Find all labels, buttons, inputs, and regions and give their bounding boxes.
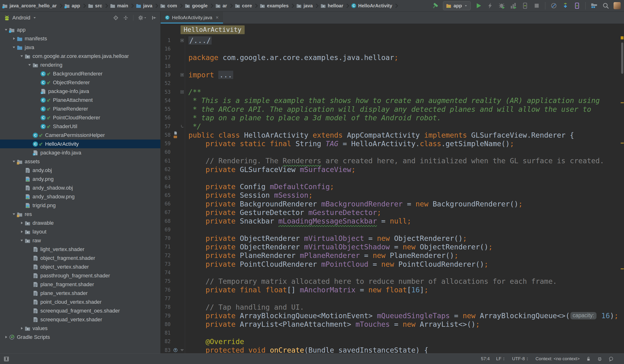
code-line-53[interactable]: 53/**	[161, 88, 624, 96]
chevron-down-icon[interactable]	[33, 16, 37, 20]
code-line-61[interactable]: 61 // Rendering. The Renderers are creat…	[161, 156, 624, 165]
warning-mark[interactable]	[621, 143, 624, 144]
breadcrumb-item-com[interactable]: com	[160, 3, 177, 8]
tree-item-BackgroundRenderer[interactable]: CBackgroundRenderer	[0, 69, 160, 78]
code-line-69[interactable]: 69	[161, 225, 624, 234]
tree-expander[interactable]	[11, 34, 17, 43]
code-line-56[interactable]: 56 * tap on a plane to place a 3d model …	[161, 113, 624, 122]
tree-item-screenquad_vertex.shader[interactable]: screenquad_vertex.shader	[0, 315, 160, 324]
run-button[interactable]	[475, 2, 482, 9]
profile-button[interactable]	[510, 2, 517, 9]
code-line-70[interactable]: 70 private ObjectRenderer mVirtualObject…	[161, 234, 624, 242]
breadcrumb-item-HelloArActivity[interactable]: CHelloArActivity	[351, 3, 392, 8]
code-line-73[interactable]: 73 private PointCloudRenderer mPointClou…	[161, 260, 624, 268]
tree-expander[interactable]	[19, 227, 25, 236]
tree-item-andy_shadow.png[interactable]: andy_shadow.png	[0, 192, 160, 201]
tree-item-rendering[interactable]: rendering	[0, 60, 160, 69]
editor-tab-helloaractivity[interactable]: C HelloArActivity.java ×	[161, 12, 223, 24]
tree-item-PointCloudRenderer[interactable]: CPointCloudRenderer	[0, 113, 160, 122]
tree-item-drawable[interactable]: drawable	[0, 219, 160, 227]
tree-expander[interactable]	[19, 219, 25, 227]
code-line-57[interactable]: 57 */	[161, 122, 624, 131]
tree-item-res[interactable]: res	[0, 210, 160, 219]
tree-expander[interactable]	[19, 52, 25, 60]
tree-expander[interactable]	[11, 210, 17, 219]
project-structure-button[interactable]	[590, 2, 598, 9]
code-line-77[interactable]: 77	[161, 294, 624, 303]
code-line-63[interactable]: 63	[161, 174, 624, 182]
code-line-17[interactable]: 17package com.google.ar.core.examples.ja…	[161, 53, 624, 62]
code-line-82[interactable]: 82 @Override	[161, 337, 624, 346]
code-line-19[interactable]: 19import ...	[161, 71, 624, 79]
fold-marker[interactable]	[179, 122, 185, 131]
tree-item-screenquad_fragment_oes.shader[interactable]: screenquad_fragment_oes.shader	[0, 306, 160, 315]
attach-debugger-button[interactable]	[550, 2, 558, 9]
code-line-59[interactable]: 59 private static final String TAG = Hel…	[161, 139, 624, 148]
code-line-52[interactable]: 52	[161, 79, 624, 88]
run-on-device-button[interactable]	[521, 2, 529, 9]
settings-button[interactable]	[138, 15, 147, 20]
tree-item-package-info.java[interactable]: Jpackage-info.java	[0, 148, 160, 157]
locate-file-button[interactable]	[113, 15, 118, 20]
breadcrumb-item-java[interactable]: java	[136, 3, 152, 8]
tree-item-Gradle-Scripts[interactable]: Gradle Scripts	[0, 333, 160, 341]
hide-panel-button[interactable]	[151, 15, 156, 20]
code-line-66[interactable]: 66 private BackgroundRenderer mBackgroun…	[161, 200, 624, 208]
tree-item-PlaneRenderer[interactable]: CPlaneRenderer	[0, 104, 160, 113]
tree-expander[interactable]	[3, 333, 9, 341]
project-view-selector[interactable]: Android	[12, 15, 30, 21]
fold-marker[interactable]	[179, 346, 185, 353]
tree-item-PlaneAttachment[interactable]: CPlaneAttachment	[0, 96, 160, 104]
breadcrumb-item-google[interactable]: google	[185, 3, 208, 8]
code-line-79[interactable]: 79 private ArrayBlockingQueue<MotionEven…	[161, 312, 624, 320]
avd-manager-button[interactable]	[573, 2, 581, 9]
code-line-76[interactable]: 76 private final float[] mAnchorMatrix =…	[161, 286, 624, 294]
breadcrumb-item-ar[interactable]: ar	[215, 3, 227, 8]
code-line-1[interactable]: 1/.../	[161, 36, 624, 45]
breadcrumb-item-examples[interactable]: examples	[260, 3, 288, 8]
tree-item-light_vertex.shader[interactable]: light_vertex.shader	[0, 245, 160, 254]
breadcrumb-item-java_arcore_hello_ar[interactable]: java_arcore_hello_ar	[2, 3, 57, 8]
tree-expander[interactable]	[19, 324, 25, 333]
code-line-83[interactable]: 83 protected void onCreate(Bundle savedI…	[161, 346, 624, 353]
search-everywhere-button[interactable]	[602, 2, 610, 9]
code-line-65[interactable]: 65 private Session mSession;	[161, 191, 624, 200]
sdk-manager-button[interactable]	[562, 2, 569, 9]
apply-changes-button[interactable]	[486, 2, 494, 9]
code-line-64[interactable]: 64 private Config mDefaultConfig;	[161, 182, 624, 191]
code-line-75[interactable]: 75 // Temporary matrix allocated here to…	[161, 277, 624, 286]
tree-item-andy.obj[interactable]: andy.obj	[0, 166, 160, 175]
robot-icon[interactable]	[597, 356, 602, 361]
tree-item-ShaderUtil[interactable]: CShaderUtil	[0, 122, 160, 131]
code-line-58[interactable]: 58<>public class HelloArActivity extends…	[161, 131, 624, 139]
breadcrumb-item-helloar[interactable]: helloar	[320, 3, 343, 8]
tree-item-trigrid.png[interactable]: trigrid.png	[0, 201, 160, 210]
breadcrumb-item-app[interactable]: app	[65, 3, 80, 8]
tree-item-values[interactable]: values	[0, 324, 160, 333]
tree-item-object_fragment.shader[interactable]: object_fragment.shader	[0, 254, 160, 262]
fold-marker[interactable]	[179, 36, 185, 45]
breadcrumb-item-src[interactable]: src	[88, 3, 102, 8]
breadcrumb-item-main[interactable]: main	[110, 3, 128, 8]
encoding-selector[interactable]: UTF-8	[512, 356, 529, 361]
tree-item-app[interactable]: app	[0, 26, 160, 34]
code-line-67[interactable]: 67 private GestureDetector mGestureDetec…	[161, 208, 624, 217]
code-editor[interactable]: 1/.../1617package com.google.ar.core.exa…	[161, 36, 624, 353]
stop-button[interactable]	[533, 2, 541, 9]
toolwindow-toggle-icon[interactable]	[4, 356, 9, 361]
caret-position[interactable]: 57:4	[481, 356, 490, 361]
tree-item-plane_fragment.shader[interactable]: plane_fragment.shader	[0, 280, 160, 289]
scrollbar-thumb[interactable]	[621, 43, 623, 74]
tree-item-java[interactable]: java	[0, 43, 160, 52]
fold-marker[interactable]	[179, 71, 185, 79]
gutter-icons[interactable]: <>	[172, 131, 179, 139]
context-indicator[interactable]: Context: <no context>	[536, 356, 580, 361]
tree-expander[interactable]	[3, 26, 9, 34]
tree-expander[interactable]	[26, 60, 32, 69]
analysis-indicator[interactable]	[621, 36, 624, 39]
code-line-55[interactable]: 55 * the ARCore API. The application wil…	[161, 105, 624, 113]
code-line-68[interactable]: 68 private Snackbar mLoadingMessageSnack…	[161, 217, 624, 225]
user-avatar[interactable]	[614, 2, 621, 9]
tree-item-package-info.java[interactable]: Jpackage-info.java	[0, 87, 160, 96]
tree-item-object_vertex.shader[interactable]: object_vertex.shader	[0, 262, 160, 271]
